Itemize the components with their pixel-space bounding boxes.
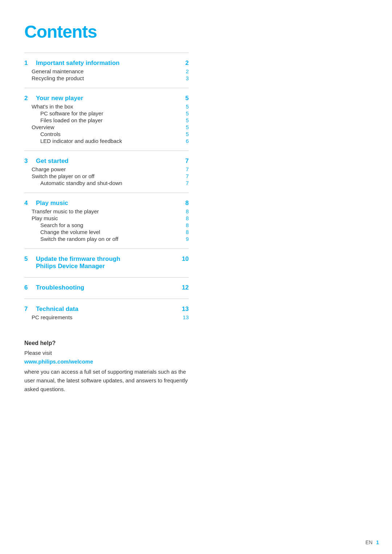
section-label-7: Technical data xyxy=(36,305,181,313)
toc-item: Recycling the product3 xyxy=(24,75,189,81)
item-page: 9 xyxy=(181,236,189,242)
item-label: Search for a song xyxy=(40,222,181,228)
item-page: 8 xyxy=(181,222,189,228)
item-page: 3 xyxy=(181,75,189,81)
toc-section-6: 6Troubleshooting12 xyxy=(24,277,189,299)
section-page-3: 7 xyxy=(181,157,189,165)
toc-heading-6: 6Troubleshooting12 xyxy=(24,284,189,291)
help-description: where you can access a full set of suppo… xyxy=(24,368,189,394)
toc-item: Charge power7 xyxy=(24,166,189,172)
toc-item: Overview5 xyxy=(24,124,189,130)
footer-lang: EN xyxy=(366,539,372,545)
toc-item: LED indicator and audio feedback6 xyxy=(24,138,189,144)
item-label: General maintenance xyxy=(32,68,181,74)
section-page-7: 13 xyxy=(181,305,189,313)
item-label: Change the volume level xyxy=(40,229,181,235)
section-page-5: 10 xyxy=(181,255,189,263)
section-number-3: 3 xyxy=(24,157,32,165)
item-page: 6 xyxy=(181,138,189,144)
item-page: 5 xyxy=(181,131,189,137)
item-label: Controls xyxy=(40,131,181,137)
item-page: 7 xyxy=(181,180,189,186)
page-content: Contents 1Important safety information2G… xyxy=(0,0,218,415)
website-link[interactable]: www.philips.com/welcome xyxy=(24,357,189,366)
toc-heading-4: 4Play music8 xyxy=(24,200,189,207)
section-page-1: 2 xyxy=(181,59,189,67)
item-page: 5 xyxy=(181,110,189,116)
item-label: Charge power xyxy=(32,166,181,172)
item-label: Recycling the product xyxy=(32,75,181,81)
section-number-5: 5 xyxy=(24,255,32,263)
page-title: Contents xyxy=(24,22,189,42)
item-label: PC software for the player xyxy=(40,110,181,116)
section-number-1: 1 xyxy=(24,59,32,67)
toc-heading-5: 5Update the firmware through Philips Dev… xyxy=(24,255,189,270)
toc-item: Search for a song8 xyxy=(24,222,189,228)
item-page: 5 xyxy=(181,103,189,110)
section-page-2: 5 xyxy=(181,95,189,102)
item-label: Automatic standby and shut-down xyxy=(40,180,181,186)
item-label: Play music xyxy=(32,215,181,221)
section-label-3: Get started xyxy=(36,157,181,165)
footer-page-num: 1 xyxy=(376,539,379,545)
toc-item: PC requirements13 xyxy=(24,314,189,320)
section-page-6: 12 xyxy=(181,284,189,291)
item-label: Switch the player on or off xyxy=(32,173,181,179)
item-label: Overview xyxy=(32,124,181,130)
toc-section-5: 5Update the firmware through Philips Dev… xyxy=(24,249,189,277)
toc-heading-2: 2Your new player5 xyxy=(24,95,189,102)
toc-heading-7: 7Technical data13 xyxy=(24,305,189,313)
toc-item: General maintenance2 xyxy=(24,68,189,74)
section-label-6: Troubleshooting xyxy=(36,284,181,291)
toc-section-4: 4Play music8Transfer music to the player… xyxy=(24,193,189,249)
toc-section-7: 7Technical data13PC requirements13 xyxy=(24,299,189,327)
item-label: Files loaded on the player xyxy=(40,117,181,123)
item-page: 7 xyxy=(181,173,189,179)
section-label-4: Play music xyxy=(36,200,181,207)
toc-heading-1: 1Important safety information2 xyxy=(24,59,189,67)
section-number-6: 6 xyxy=(24,284,32,291)
item-label: Transfer music to the player xyxy=(32,208,181,214)
section-label-5: Update the firmware through Philips Devi… xyxy=(36,255,181,270)
section-number-2: 2 xyxy=(24,95,32,102)
toc-item: PC software for the player5 xyxy=(24,110,189,116)
toc-item: Controls5 xyxy=(24,131,189,137)
item-label: What's in the box xyxy=(32,103,181,110)
item-page: 2 xyxy=(181,68,189,74)
toc-item: Play music8 xyxy=(24,215,189,221)
item-page: 7 xyxy=(181,166,189,172)
toc-item: Change the volume level8 xyxy=(24,229,189,235)
toc-item: Switch the random play on or off9 xyxy=(24,236,189,242)
help-section: Need help? Please visit www.philips.com/… xyxy=(24,336,189,394)
toc-item: Transfer music to the player8 xyxy=(24,208,189,214)
section-label-2: Your new player xyxy=(36,95,181,102)
item-label: LED indicator and audio feedback xyxy=(40,138,181,144)
need-help-label: Need help? xyxy=(24,338,189,348)
toc-section-2: 2Your new player5What's in the box5PC so… xyxy=(24,88,189,151)
footer: EN 1 xyxy=(366,539,379,545)
item-page: 8 xyxy=(181,229,189,235)
toc-item: Files loaded on the player5 xyxy=(24,117,189,123)
section-number-7: 7 xyxy=(24,305,32,313)
toc-section-1: 1Important safety information2General ma… xyxy=(24,53,189,88)
item-page: 5 xyxy=(181,117,189,123)
please-visit-label: Please visit xyxy=(24,349,189,357)
item-label: PC requirements xyxy=(32,314,181,320)
item-page: 8 xyxy=(181,208,189,214)
toc-item: Switch the player on or off7 xyxy=(24,173,189,179)
item-label: Switch the random play on or off xyxy=(40,236,181,242)
section-label-1: Important safety information xyxy=(36,59,181,67)
toc-container: 1Important safety information2General ma… xyxy=(24,53,189,327)
section-number-4: 4 xyxy=(24,200,32,207)
toc-heading-3: 3Get started7 xyxy=(24,157,189,165)
item-page: 5 xyxy=(181,124,189,130)
item-page: 13 xyxy=(181,314,189,320)
toc-section-3: 3Get started7Charge power7Switch the pla… xyxy=(24,151,189,193)
toc-item: What's in the box5 xyxy=(24,103,189,110)
item-page: 8 xyxy=(181,215,189,221)
section-page-4: 8 xyxy=(181,200,189,207)
toc-item: Automatic standby and shut-down7 xyxy=(24,180,189,186)
